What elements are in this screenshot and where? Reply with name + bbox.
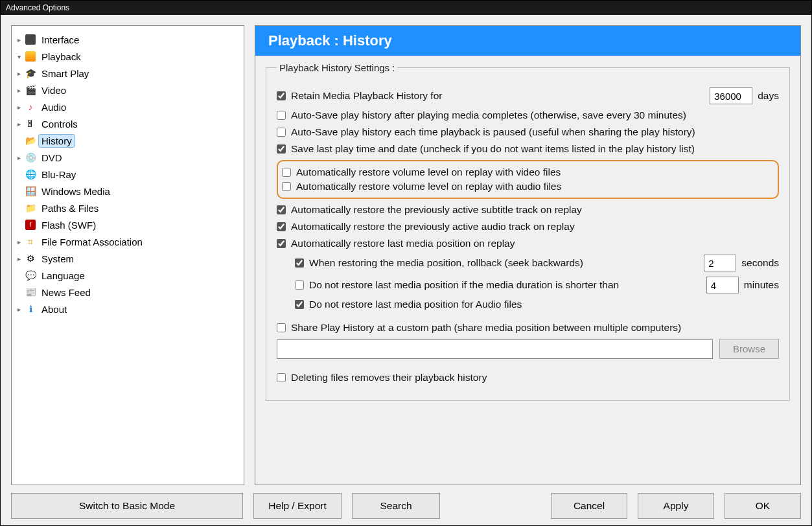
retain-label: Retain Media Playback History for — [291, 90, 442, 102]
retain-days-input[interactable] — [710, 87, 752, 104]
tree-label: Interface — [39, 34, 82, 46]
no-restore-audio-checkbox[interactable] — [295, 300, 304, 309]
tree-label: System — [39, 253, 76, 265]
settings-legend: Playback History Settings : — [277, 62, 397, 73]
restore-audio-track-checkbox[interactable] — [277, 222, 286, 231]
titlebar: Advanced Options — [1, 1, 811, 15]
language-icon: 💬 — [25, 269, 36, 281]
tree-item-news-feed[interactable]: 📰 News Feed — [14, 284, 241, 301]
row-delete-removes: Deleting files removes their playback hi… — [277, 372, 779, 383]
tree-label: History — [39, 135, 75, 147]
restore-subtitle-checkbox[interactable] — [277, 205, 286, 214]
row-restore-audio-track: Automatically restore the previously act… — [277, 221, 779, 233]
tree-label: Blu-Ray — [39, 168, 78, 181]
autosave-pause-checkbox[interactable] — [277, 128, 286, 137]
no-restore-audio-label: Do not restore last media position for A… — [309, 299, 522, 310]
row-share-path: Share Play History at a custom path (sha… — [277, 322, 779, 334]
help-export-button[interactable]: Help / Export — [253, 493, 342, 519]
row-restore-vol-audio: Automatically restore volume level on re… — [282, 181, 774, 192]
info-icon: ℹ — [25, 303, 36, 315]
tree-item-video[interactable]: ▸ 🎬 Video — [14, 82, 241, 98]
caret-right-icon: ▸ — [14, 70, 23, 77]
tree-item-system[interactable]: ▸ ⚙ System — [14, 250, 241, 267]
dvd-icon: 💿 — [25, 152, 36, 163]
row-save-last-time: Save last play time and date (uncheck if… — [277, 143, 779, 155]
tree-label: Windows Media — [39, 185, 113, 198]
restore-vol-video-checkbox[interactable] — [282, 168, 291, 177]
rollback-unit: seconds — [741, 257, 779, 269]
body: ▸ Interface ▾ Playback — [1, 15, 811, 525]
file-format-icon: ⌗ — [25, 236, 36, 247]
retain-unit: days — [758, 90, 779, 102]
retain-checkbox[interactable] — [277, 91, 286, 100]
news-feed-icon: 📰 — [25, 286, 36, 298]
tree-label: Audio — [39, 101, 69, 113]
switch-basic-button[interactable]: Switch to Basic Mode — [11, 493, 243, 519]
tree-label: Paths & Files — [39, 202, 101, 214]
content-scroll[interactable]: Playback History Settings : Retain Media… — [255, 56, 800, 485]
row-autosave-pause: Auto-Save play history each time playbac… — [277, 126, 779, 138]
tree-item-language[interactable]: 💬 Language — [14, 267, 241, 284]
delete-removes-label: Deleting files removes their playback hi… — [291, 372, 487, 383]
tree-item-windows-media[interactable]: 🪟 Windows Media — [14, 183, 241, 200]
rollback-checkbox[interactable] — [295, 258, 304, 268]
row-shorter-than: Do not restore last media position if th… — [277, 277, 779, 293]
tree-item-controls[interactable]: ▸ 🎚 Controls — [14, 115, 241, 132]
search-button[interactable]: Search — [352, 493, 440, 519]
save-last-time-label: Save last play time and date (uncheck if… — [291, 143, 695, 155]
row-autosave-complete: Auto-Save play history after playing med… — [277, 109, 779, 121]
tree-label: Language — [39, 269, 87, 282]
tree-item-smart-play[interactable]: ▸ 🎓 Smart Play — [14, 65, 241, 82]
interface-icon — [25, 34, 36, 45]
audio-icon: ♪ — [25, 101, 36, 113]
restore-position-label: Automatically restore last media positio… — [291, 238, 515, 249]
save-last-time-checkbox[interactable] — [277, 144, 286, 154]
tree-item-paths-files[interactable]: 📁 Paths & Files — [14, 200, 241, 216]
windows-media-icon: 🪟 — [25, 185, 36, 197]
apply-button[interactable]: Apply — [638, 493, 714, 519]
shorter-checkbox[interactable] — [295, 280, 304, 290]
restore-vol-audio-label: Automatically restore volume level on re… — [296, 181, 561, 192]
tree-item-bluray[interactable]: 🌐 Blu-Ray — [14, 166, 241, 183]
tree-item-dvd[interactable]: ▸ 💿 DVD — [14, 149, 241, 166]
tree-item-about[interactable]: ▸ ℹ About — [14, 301, 241, 317]
share-path-input[interactable] — [277, 339, 713, 359]
tree-item-history[interactable]: 📂 History — [14, 132, 241, 149]
restore-audio-track-label: Automatically restore the previously act… — [291, 221, 575, 233]
row-restore-subtitle: Automatically restore the previously act… — [277, 204, 779, 216]
tree-item-playback[interactable]: ▾ Playback — [14, 48, 241, 65]
shorter-minutes-input[interactable] — [706, 277, 739, 293]
restore-position-checkbox[interactable] — [277, 239, 286, 248]
caret-right-icon: ▸ — [14, 36, 23, 43]
tree-item-flash[interactable]: f Flash (SWF) — [14, 216, 241, 233]
ok-button[interactable]: OK — [725, 493, 801, 519]
restore-subtitle-label: Automatically restore the previously act… — [291, 204, 582, 216]
tree-item-file-format[interactable]: ▸ ⌗ File Format Association — [14, 233, 241, 250]
tree-label: DVD — [39, 152, 65, 164]
rollback-seconds-input[interactable] — [704, 255, 736, 271]
settings-group: Playback History Settings : Retain Media… — [266, 62, 790, 401]
nav-tree[interactable]: ▸ Interface ▾ Playback — [11, 25, 244, 485]
cancel-button[interactable]: Cancel — [551, 493, 627, 519]
share-path-controls: Browse — [277, 339, 779, 359]
tree-item-audio[interactable]: ▸ ♪ Audio — [14, 98, 241, 115]
caret-down-icon: ▾ — [14, 53, 23, 60]
window-title: Advanced Options — [6, 3, 69, 12]
caret-right-icon: ▸ — [14, 238, 23, 246]
share-path-checkbox[interactable] — [277, 323, 286, 332]
browse-button[interactable]: Browse — [719, 339, 779, 359]
share-path-label: Share Play History at a custom path (sha… — [291, 322, 681, 334]
tree-item-interface[interactable]: ▸ Interface — [14, 31, 241, 48]
caret-right-icon: ▸ — [14, 104, 23, 111]
delete-removes-checkbox[interactable] — [277, 373, 286, 382]
tree-label: Controls — [39, 118, 80, 130]
restore-vol-video-label: Automatically restore volume level on re… — [296, 166, 561, 178]
restore-vol-audio-checkbox[interactable] — [282, 182, 291, 191]
panes: ▸ Interface ▾ Playback — [11, 25, 801, 485]
caret-right-icon: ▸ — [14, 306, 23, 313]
row-no-restore-audio: Do not restore last media position for A… — [277, 299, 779, 310]
autosave-complete-checkbox[interactable] — [277, 111, 286, 120]
smart-play-icon: 🎓 — [25, 67, 36, 79]
tree-label: Smart Play — [39, 67, 91, 80]
highlight-annotation: Automatically restore volume level on re… — [277, 160, 779, 199]
